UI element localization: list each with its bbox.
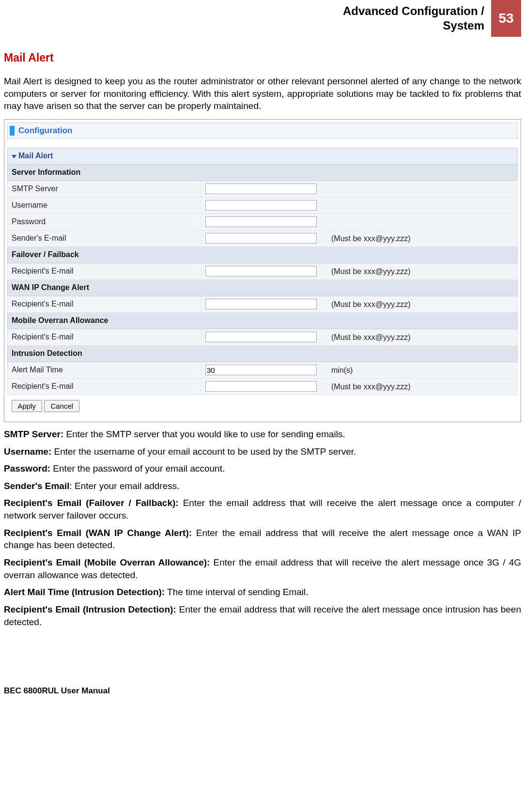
section-failover: Failover / Failback bbox=[8, 246, 518, 263]
footer-manual-title: BEC 6800RUL User Manual bbox=[4, 686, 521, 696]
sender-email-label: Sender's E-mail bbox=[8, 230, 201, 246]
wanip-recipient-label: Recipient's E-mail bbox=[8, 296, 201, 312]
desc-text: Enter the password of your email account… bbox=[50, 463, 225, 474]
section-title: Mail Alert bbox=[4, 51, 521, 64]
desc-term: Recipient's Email (WAN IP Change Alert): bbox=[4, 528, 192, 538]
alert-mail-time-unit: min(s) bbox=[331, 366, 353, 374]
desc-term: SMTP Server: bbox=[4, 429, 63, 439]
desc-term: Recipient's Email (Intrusion Detection): bbox=[4, 604, 176, 614]
password-input[interactable] bbox=[205, 216, 317, 227]
intro-paragraph: Mail Alert is designed to keep you as th… bbox=[4, 75, 521, 112]
desc-text: : Enter your email address. bbox=[69, 481, 179, 491]
desc-term: Recipient's Email (Mobile Overran Allowa… bbox=[4, 557, 210, 567]
config-header-bar: Configuration bbox=[7, 123, 518, 139]
mail-alert-form: Mail Alert Server Information SMTP Serve… bbox=[7, 148, 518, 417]
desc-text: Enter the SMTP server that you would lik… bbox=[63, 429, 345, 439]
username-label: Username bbox=[8, 197, 201, 214]
mobile-recipient-input[interactable] bbox=[205, 332, 317, 342]
config-header-label: Configuration bbox=[18, 126, 72, 136]
section-intrusion: Intrusion Detection bbox=[8, 345, 518, 362]
smtp-server-label: SMTP Server bbox=[8, 181, 201, 197]
desc-text: Enter the username of your email account… bbox=[51, 446, 356, 457]
page-number-badge: 53 bbox=[491, 0, 521, 37]
desc-term: Password: bbox=[4, 463, 50, 474]
panel-title: Mail Alert bbox=[18, 152, 53, 160]
cancel-button[interactable]: Cancel bbox=[44, 400, 79, 412]
header-line-2: System bbox=[443, 19, 484, 32]
section-mobile-overran: Mobile Overran Allowance bbox=[8, 312, 518, 329]
intrusion-recipient-label: Recipient's E-mail bbox=[8, 378, 201, 395]
page-header: Advanced Configuration / System 53 bbox=[4, 0, 521, 37]
username-input[interactable] bbox=[205, 200, 317, 211]
email-format-hint: (Must be xxx@yyy.zzz) bbox=[331, 267, 411, 276]
smtp-server-input[interactable] bbox=[205, 184, 317, 194]
chevron-down-icon bbox=[12, 155, 16, 158]
header-line-1: Advanced Configuration / bbox=[343, 4, 484, 17]
email-format-hint: (Must be xxx@yyy.zzz) bbox=[331, 234, 411, 243]
email-format-hint: (Must be xxx@yyy.zzz) bbox=[331, 333, 411, 341]
mobile-recipient-label: Recipient's E-mail bbox=[8, 329, 201, 345]
config-screenshot: Configuration Mail Alert Server Informat… bbox=[4, 119, 521, 422]
desc-term: Sender's Email bbox=[4, 481, 69, 491]
section-wan-ip: WAN IP Change Alert bbox=[8, 279, 518, 296]
desc-term: Recipient's Email (Failover / Failback): bbox=[4, 498, 179, 508]
alert-mail-time-label: Alert Mail Time bbox=[8, 362, 201, 378]
desc-text: The time interval of sending Email. bbox=[165, 587, 308, 597]
page-number: 53 bbox=[498, 11, 513, 26]
accent-bar-icon bbox=[10, 126, 15, 136]
sender-email-input[interactable] bbox=[205, 233, 317, 244]
alert-mail-time-input[interactable] bbox=[205, 365, 317, 375]
desc-term: Alert Mail Time (Intrusion Detection): bbox=[4, 587, 165, 597]
password-label: Password bbox=[8, 214, 201, 230]
failover-recipient-label: Recipient's E-mail bbox=[8, 263, 201, 279]
email-format-hint: (Must be xxx@yyy.zzz) bbox=[331, 300, 411, 308]
apply-button[interactable]: Apply bbox=[12, 400, 43, 412]
failover-recipient-input[interactable] bbox=[205, 266, 317, 276]
breadcrumb: Advanced Configuration / System bbox=[343, 0, 491, 37]
desc-term: Username: bbox=[4, 446, 51, 457]
intrusion-recipient-input[interactable] bbox=[205, 381, 317, 392]
field-descriptions: SMTP Server: Enter the SMTP server that … bbox=[4, 428, 521, 628]
wanip-recipient-input[interactable] bbox=[205, 299, 317, 309]
section-server-info: Server Information bbox=[8, 164, 518, 181]
panel-title-row[interactable]: Mail Alert bbox=[8, 148, 518, 164]
email-format-hint: (Must be xxx@yyy.zzz) bbox=[331, 383, 411, 391]
